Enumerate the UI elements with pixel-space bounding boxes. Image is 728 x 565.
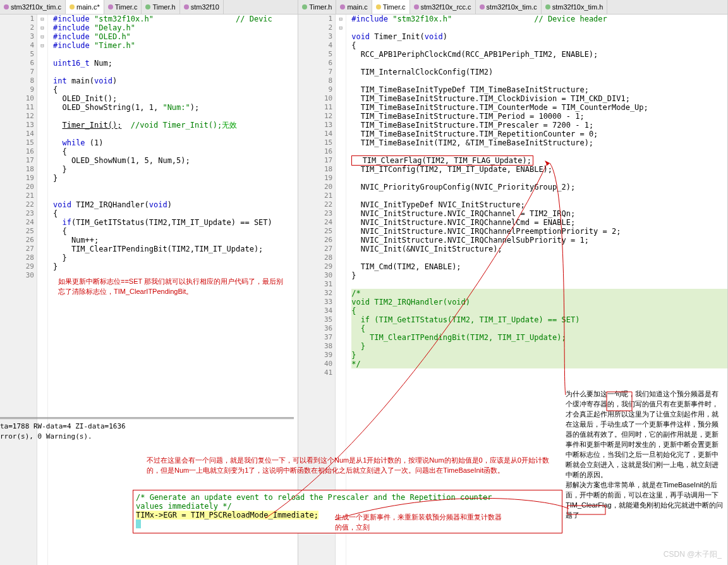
- tab-main-c[interactable]: main.c: [336, 0, 372, 14]
- tab-timer-c[interactable]: Timer.c: [372, 0, 410, 15]
- tab-label: Timer.h: [152, 3, 175, 11]
- tab-label: stm32f10x_tim.h: [552, 3, 604, 11]
- tab-stm32f10x-rcc-c[interactable]: stm32f10x_rcc.c: [410, 0, 476, 14]
- left-gutter: 1234567891011121314151617181920212223242…: [0, 15, 37, 565]
- tab-stm32f10x-tim-c[interactable]: stm32f10x_tim.c: [476, 0, 542, 14]
- output-line-2: rror(s), 0 Warning(s).: [0, 432, 294, 442]
- build-output: ta=1788 RW-data=4 ZI-data=1636 rror(s), …: [0, 417, 294, 442]
- left-tabbar: stm32f10x_tim.cmain.c*Timer.cTimer.hstm3…: [0, 0, 298, 15]
- snippet-line-1: /* Generate an update event to reload th…: [136, 493, 559, 502]
- tab-timer-h[interactable]: Timer.h: [142, 0, 179, 14]
- snippet-annotation: 生成一个更新事件，来重新装载预分频器和重复计数器的值，立刻: [335, 512, 506, 532]
- annotation-middle-red: 不过在这里会有一个问题，就是我们复位一下，可以看到这个Num是从1开始计数的，按…: [147, 455, 551, 475]
- file-icon: [108, 4, 113, 9]
- file-icon: [184, 4, 189, 9]
- right-tabbar: Timer.hmain.cTimer.cstm32f10x_rcc.cstm32…: [298, 0, 727, 15]
- file-icon: [340, 4, 345, 9]
- tab-timer-h[interactable]: Timer.h: [298, 0, 336, 14]
- tab-main-c-[interactable]: main.c*: [66, 0, 104, 15]
- cursor-icon: [136, 519, 141, 528]
- tab-label: Timer.c: [115, 3, 138, 11]
- tab-label: main.c: [347, 3, 367, 11]
- watermark: CSDN @木子阳_: [664, 549, 722, 560]
- tab-stm32f10[interactable]: stm32f10: [180, 0, 224, 14]
- file-icon: [302, 4, 307, 9]
- tab-stm32f10x-tim-c[interactable]: stm32f10x_tim.c: [0, 0, 66, 14]
- file-icon: [545, 4, 550, 9]
- tab-label: Timer.h: [309, 3, 332, 11]
- annotation-left-red: 如果更新中断标志位==SET 那我们就可以执行相应的用户代码了，最后别忘了清除标…: [58, 276, 286, 296]
- left-fold-column[interactable]: ⊟⊟⊟⊟: [37, 15, 48, 565]
- snippet-line-3: TIMx->EGR = TIM_PSCReloadMode_Immediate;: [136, 511, 318, 519]
- tab-label: stm32f10: [191, 3, 219, 11]
- right-fold-column[interactable]: ⊟⊟: [336, 15, 346, 565]
- file-icon: [376, 4, 381, 9]
- snippet-line-2: values immediately */: [136, 502, 559, 511]
- file-icon: [480, 4, 485, 9]
- file-icon: [145, 4, 150, 9]
- file-icon: [70, 4, 75, 9]
- tab-stm32f10x-tim-h[interactable]: stm32f10x_tim.h: [542, 0, 608, 14]
- tab-label: stm32f10x_tim.c: [487, 3, 537, 11]
- output-line-1: ta=1788 RW-data=4 ZI-data=1636: [0, 422, 294, 432]
- file-icon: [414, 4, 419, 9]
- file-icon: [4, 4, 9, 9]
- tab-label: stm32f10x_rcc.c: [421, 3, 471, 11]
- annotation-right-long: 为什么要加这一句呢，我们知道这个预分频器是有个缓冲寄存器的，我们写的值只有在更新…: [566, 389, 724, 520]
- tab-label: Timer.c: [383, 3, 406, 11]
- tab-timer-c[interactable]: Timer.c: [104, 0, 142, 14]
- tab-label: stm32f10x_tim.c: [11, 3, 61, 11]
- right-gutter: 1234567891011121314151617181920212223242…: [298, 15, 336, 565]
- tab-label: main.c*: [76, 3, 100, 11]
